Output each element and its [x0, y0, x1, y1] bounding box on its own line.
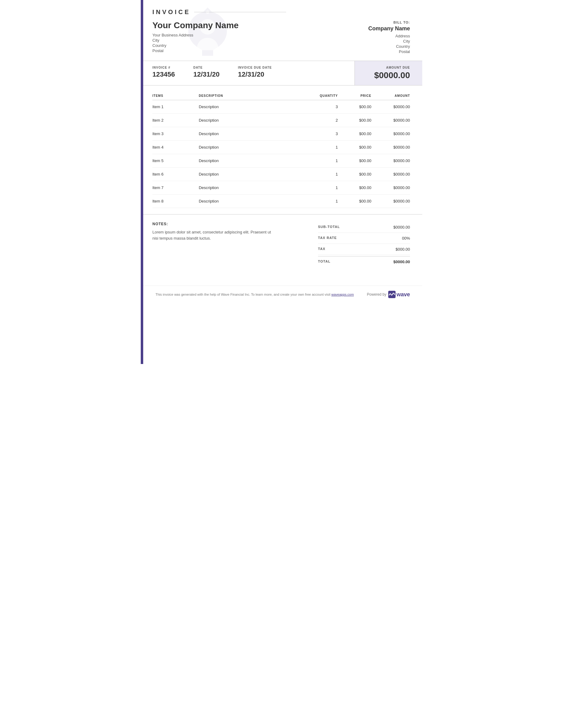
row-price-1: $00.00 — [338, 114, 371, 127]
table-row: Item 4 Description 1 $00.00 $0000.00 — [152, 141, 410, 154]
notes-section: NOTES: Lorem ipsum dolor sit amet, conse… — [152, 222, 306, 267]
address-line3: Country — [152, 43, 238, 48]
row-item-6: Item 7 — [152, 181, 199, 195]
col-header-quantity: QUANTITY — [307, 92, 338, 100]
tax-label: TAX — [318, 247, 325, 252]
table-row: Item 3 Description 3 $00.00 $0000.00 — [152, 127, 410, 141]
totals-section: SUB-TOTAL $0000.00 TAX RATE 00% TAX $000… — [318, 222, 410, 267]
subtotal-value: $0000.00 — [394, 225, 410, 229]
row-qty-0: 3 — [307, 100, 338, 114]
table-row: Item 2 Description 2 $00.00 $0000.00 — [152, 114, 410, 127]
row-amount-5: $0000.00 — [371, 168, 410, 181]
subtotal-label: SUB-TOTAL — [318, 225, 340, 229]
table-row: Item 1 Description 3 $00.00 $0000.00 — [152, 100, 410, 114]
row-item-4: Item 5 — [152, 154, 199, 168]
row-price-6: $00.00 — [338, 181, 371, 195]
items-table: ITEMS DESCRIPTION QUANTITY PRICE AMOUNT … — [152, 92, 410, 208]
bill-to-address4: Postal — [349, 49, 410, 54]
invoice-meta-section: INVOICE # 123456 DATE 12/31/20 INVOICE D… — [143, 61, 422, 85]
row-desc-5: Description — [199, 168, 307, 181]
wave-icon — [388, 291, 396, 298]
table-body: Item 1 Description 3 $00.00 $0000.00 Ite… — [152, 100, 410, 208]
bill-to-address2: City — [349, 39, 410, 44]
table-row: Item 7 Description 1 $00.00 $0000.00 — [152, 181, 410, 195]
due-date-value: 12/31/20 — [238, 70, 272, 78]
notes-label: NOTES: — [152, 222, 306, 226]
row-desc-1: Description — [199, 114, 307, 127]
due-date-label: INVOICE DUE DATE — [238, 66, 272, 69]
row-qty-4: 1 — [307, 154, 338, 168]
row-price-4: $00.00 — [338, 154, 371, 168]
table-header: ITEMS DESCRIPTION QUANTITY PRICE AMOUNT — [152, 92, 410, 100]
tax-value: $000.00 — [396, 247, 410, 252]
row-qty-7: 1 — [307, 195, 338, 208]
col-header-description: DESCRIPTION — [199, 92, 307, 100]
row-price-7: $00.00 — [338, 195, 371, 208]
subtotal-row: SUB-TOTAL $0000.00 — [318, 222, 410, 233]
row-item-1: Item 2 — [152, 114, 199, 127]
row-qty-1: 2 — [307, 114, 338, 127]
row-item-7: Item 8 — [152, 195, 199, 208]
meta-left: INVOICE # 123456 DATE 12/31/20 INVOICE D… — [143, 61, 355, 85]
col-header-items: ITEMS — [152, 92, 199, 100]
tax-rate-row: TAX RATE 00% — [318, 233, 410, 244]
invoice-number-label: INVOICE # — [152, 66, 175, 69]
row-desc-3: Description — [199, 141, 307, 154]
row-desc-2: Description — [199, 127, 307, 141]
row-amount-3: $0000.00 — [371, 141, 410, 154]
company-name: Your Company Name — [152, 21, 238, 30]
row-amount-0: $0000.00 — [371, 100, 410, 114]
row-amount-1: $0000.00 — [371, 114, 410, 127]
amount-due-value: $0000.00 — [374, 70, 410, 80]
row-amount-6: $0000.00 — [371, 181, 410, 195]
due-date-field: INVOICE DUE DATE 12/31/20 — [238, 66, 272, 80]
row-desc-6: Description — [199, 181, 307, 195]
col-header-price: PRICE — [338, 92, 371, 100]
address-line1: Your Business Address — [152, 33, 238, 37]
table-row: Item 8 Description 1 $00.00 $0000.00 — [152, 195, 410, 208]
bill-to-address3: Country — [349, 44, 410, 49]
footer-link[interactable]: waveapps.com — [332, 293, 354, 296]
row-price-3: $00.00 — [338, 141, 371, 154]
amount-due-section: AMOUNT DUE $0000.00 — [355, 61, 422, 85]
row-item-3: Item 4 — [152, 141, 199, 154]
items-section: ITEMS DESCRIPTION QUANTITY PRICE AMOUNT … — [143, 85, 422, 214]
brand-name: wave — [397, 291, 410, 298]
row-amount-2: $0000.00 — [371, 127, 410, 141]
svg-point-1 — [206, 10, 209, 14]
row-qty-6: 1 — [307, 181, 338, 195]
total-label: TOTAL — [318, 260, 331, 264]
tax-rate-value: 00% — [402, 236, 410, 241]
invoice-number-value: 123456 — [152, 70, 175, 78]
table-row: Item 6 Description 1 $00.00 $0000.00 — [152, 168, 410, 181]
date-label: DATE — [193, 66, 219, 69]
row-item-2: Item 3 — [152, 127, 199, 141]
row-qty-2: 3 — [307, 127, 338, 141]
row-amount-7: $0000.00 — [371, 195, 410, 208]
amount-due-label: AMOUNT DUE — [386, 66, 410, 69]
footer-brand: Powered by wave — [367, 291, 410, 298]
footer-text: This invoice was generated with the help… — [155, 293, 354, 296]
row-desc-0: Description — [199, 100, 307, 114]
wave-logo: wave — [388, 291, 410, 298]
company-info: Your Company Name Your Business Address … — [152, 21, 238, 55]
bottom-section: NOTES: Lorem ipsum dolor sit amet, conse… — [143, 214, 422, 273]
bill-to-address1: Address — [349, 34, 410, 38]
footer-section: This invoice was generated with the help… — [143, 286, 422, 303]
header-body: Your Company Name Your Business Address … — [152, 21, 410, 55]
bill-to-name: Company Name — [349, 25, 410, 32]
tax-rate-label: TAX RATE — [318, 236, 337, 241]
row-desc-4: Description — [199, 154, 307, 168]
total-value: $0000.00 — [394, 260, 410, 264]
date-value: 12/31/20 — [193, 70, 219, 78]
address-line4: Postal — [152, 48, 238, 53]
row-desc-7: Description — [199, 195, 307, 208]
total-row: TOTAL $0000.00 — [318, 256, 410, 267]
table-row: Item 5 Description 1 $00.00 $0000.00 — [152, 154, 410, 168]
row-qty-3: 1 — [307, 141, 338, 154]
bill-to-label: BILL TO: — [349, 21, 410, 24]
row-price-0: $00.00 — [338, 100, 371, 114]
invoice-page: INVOICE Your Company Name Your Business — [141, 0, 422, 364]
col-header-amount: AMOUNT — [371, 92, 410, 100]
bill-to-section: BILL TO: Company Name Address City Count… — [349, 21, 410, 55]
